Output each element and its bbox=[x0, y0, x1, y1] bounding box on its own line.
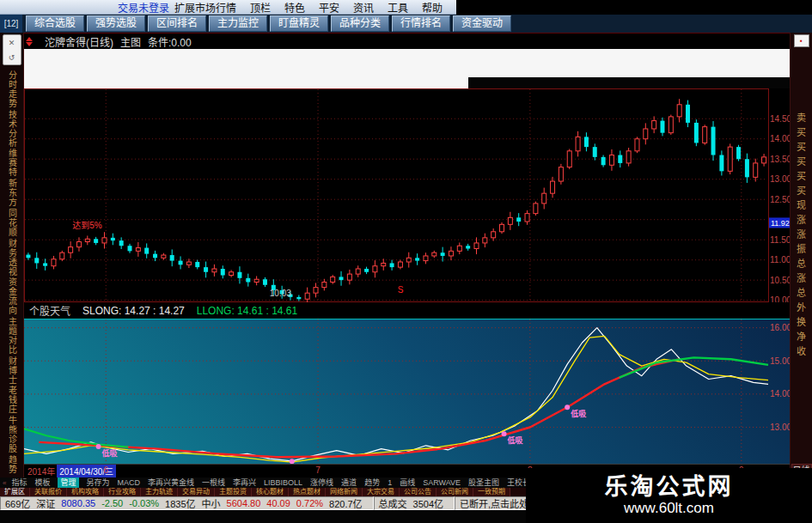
sidebar-item[interactable]: 资金流向 bbox=[7, 277, 17, 315]
scroll-arrows bbox=[26, 37, 40, 46]
quote-label: 买 bbox=[797, 125, 806, 140]
sidebar-item[interactable]: 维赛特 bbox=[7, 149, 17, 177]
indicator-tab[interactable]: LIBBIBOLL bbox=[264, 477, 302, 488]
menu-item[interactable]: 顶栏 bbox=[250, 0, 271, 15]
watermark: 乐淘公式网 www.60lt.com bbox=[526, 468, 812, 523]
window-controls[interactable]: ✕ ↺ bbox=[3, 34, 21, 65]
info-tab[interactable]: 热点题材 bbox=[289, 488, 326, 496]
info-tab[interactable]: 主力轨迹 bbox=[141, 488, 178, 496]
sidebar-item[interactable]: 财务透视 bbox=[7, 239, 17, 277]
indicator-tab[interactable]: 李再兴 bbox=[233, 477, 256, 488]
status-cell: 669亿深证8080.35-2.50-0.03%1835亿中小5604.8040… bbox=[0, 496, 374, 510]
menu-list: 交易未登录 扩展市场行情顶栏特色平安资讯工具帮助 bbox=[0, 0, 456, 15]
sidebar-item[interactable]: 趋势 bbox=[7, 455, 17, 474]
info-tab[interactable]: 公司公告 bbox=[400, 488, 437, 496]
toolbar-button[interactable]: 主力监控 bbox=[209, 15, 267, 32]
toolbar-button[interactable]: 品种分类 bbox=[331, 15, 389, 32]
main-chart[interactable]: 10.0010.5011.0011.5012.5013.0013.5014.00… bbox=[24, 88, 790, 302]
info-tab[interactable]: 主题投资 bbox=[215, 488, 252, 496]
menu-item[interactable]: 特色 bbox=[284, 0, 305, 15]
sidebar-item[interactable]: 技术分析 bbox=[7, 110, 17, 148]
indicator-tab[interactable]: 涨停线 bbox=[310, 477, 333, 488]
indicator-tab[interactable]: 管理 bbox=[58, 477, 78, 488]
svg-text:12.50: 12.50 bbox=[770, 195, 790, 204]
info-tab[interactable]: 行业攻略 bbox=[104, 488, 141, 496]
indicator-tab[interactable]: 趋势 bbox=[364, 477, 380, 488]
indicator-name[interactable]: 个股天气 bbox=[29, 303, 70, 318]
quote-label: 买 bbox=[797, 169, 806, 184]
quote-label: 换 bbox=[797, 315, 806, 330]
menu-item[interactable]: 工具 bbox=[388, 0, 408, 15]
indicator-tab[interactable]: 1 bbox=[388, 477, 392, 488]
svg-text:14.00: 14.00 bbox=[770, 134, 790, 143]
info-tab[interactable]: 扩展区 bbox=[0, 488, 30, 496]
sidebar-item[interactable]: 牛熊诊股 bbox=[7, 416, 17, 453]
refresh-icon[interactable]: ↺ bbox=[9, 53, 15, 62]
stock-title: 沱牌舍得(日线) bbox=[45, 34, 113, 49]
sidebar-item[interactable]: 分时走势 bbox=[7, 70, 17, 108]
indicator-tab[interactable]: 通道 bbox=[341, 477, 357, 488]
quote-label: 净 bbox=[797, 330, 806, 344]
info-tab[interactable]: 关联报价 bbox=[30, 488, 67, 496]
sidebar-item[interactable]: 主题对比 bbox=[7, 317, 17, 355]
login-status[interactable]: 交易未登录 bbox=[118, 0, 174, 15]
svg-text:10.00: 10.00 bbox=[770, 295, 790, 302]
candlestick-chart[interactable]: 10.0010.5011.0011.5012.5013.0013.5014.00… bbox=[24, 88, 790, 302]
svg-text:15.00: 15.00 bbox=[770, 356, 790, 366]
sidebar-item[interactable]: 财博士 bbox=[7, 356, 17, 385]
sidebar-item[interactable]: 老钱庄 bbox=[7, 386, 17, 414]
svg-text:低吸: 低吸 bbox=[101, 448, 119, 458]
indicator-tab[interactable]: 指标 bbox=[11, 477, 27, 488]
svg-text:10.03: 10.03 bbox=[270, 289, 291, 298]
info-tab[interactable]: 机构攻略 bbox=[67, 488, 104, 496]
menu-item[interactable]: 平安 bbox=[319, 0, 339, 15]
indicator-tab[interactable]: 画线 bbox=[400, 477, 415, 488]
info-tab[interactable]: 交易异动 bbox=[178, 488, 215, 496]
indicator-tab[interactable]: 一根线 bbox=[202, 477, 225, 488]
quote-label: 买 bbox=[797, 140, 806, 155]
svg-text:11.00: 11.00 bbox=[770, 255, 790, 265]
info-tab[interactable]: 大宗交易 bbox=[363, 488, 400, 496]
menu-item[interactable]: 帮助 bbox=[422, 0, 443, 15]
axis-year-label: 2014年 bbox=[27, 465, 55, 477]
watermark-url: www.60lt.com bbox=[624, 500, 714, 517]
tabs-toggle-icon[interactable]: « bbox=[3, 479, 6, 487]
toolbar-button[interactable]: 盯盘精灵 bbox=[270, 15, 328, 32]
sidebar-item[interactable]: 新东方 bbox=[7, 179, 17, 207]
quote-label: 买 bbox=[797, 155, 806, 169]
close-icon[interactable]: ✕ bbox=[9, 39, 15, 47]
toolbar-button[interactable]: 区间排名 bbox=[148, 15, 206, 32]
indicator-tab[interactable]: 另存为 bbox=[87, 477, 110, 488]
indicator-tab[interactable]: 股圣主图 bbox=[468, 477, 499, 488]
info-tab[interactable]: 核心题材 bbox=[252, 488, 289, 496]
indicator-tab[interactable]: 模板 bbox=[34, 477, 50, 488]
condition-label: 条件:0.00 bbox=[148, 34, 192, 49]
indicator-tab[interactable]: SARWAVE bbox=[423, 477, 461, 488]
indicator-tab[interactable]: MACD bbox=[118, 477, 141, 488]
scroll-down-icon[interactable] bbox=[26, 42, 33, 46]
indicator-panel[interactable]: 13.0014.0015.0016.00低吸低吸低吸低吸 bbox=[24, 319, 790, 464]
toolbar-button[interactable]: 行情排名 bbox=[392, 15, 450, 32]
sidebar-item[interactable]: 同花顺 bbox=[7, 209, 17, 237]
toolbar-button[interactable]: 资金驱动 bbox=[453, 15, 511, 32]
view-label: 主图 bbox=[120, 34, 141, 49]
menu-item[interactable]: 资讯 bbox=[353, 0, 374, 15]
quote-label: 收 bbox=[797, 344, 806, 359]
info-tab[interactable]: 公司新闻 bbox=[437, 488, 473, 496]
menu-bar: 交易未登录 扩展市场行情顶栏特色平安资讯工具帮助 bbox=[0, 0, 812, 15]
svg-text:达到5%: 达到5% bbox=[72, 221, 102, 230]
toolbar-buttons: 综合选股强势选股区间排名主力监控盯盘精灵品种分类行情排名资金驱动 bbox=[22, 15, 514, 33]
toolbar-button[interactable]: 综合选股 bbox=[26, 15, 84, 32]
toolbar-button[interactable]: 强势选股 bbox=[87, 15, 145, 32]
indicator-llong-value: LLONG: 14.61 : 14.61 bbox=[197, 305, 297, 317]
svg-text:低吸: 低吸 bbox=[570, 409, 587, 418]
info-tab[interactable]: 一致预期 bbox=[473, 488, 510, 496]
indicator-chart[interactable]: 13.0014.0015.0016.00低吸低吸低吸低吸 bbox=[24, 319, 790, 464]
scroll-up-icon[interactable] bbox=[26, 37, 33, 41]
quote-label: 涨 bbox=[797, 271, 806, 286]
menu-item[interactable]: 扩展市场行情 bbox=[174, 0, 236, 15]
corner-icon[interactable]: ▪ bbox=[794, 34, 809, 47]
hotkey-indicator: [12] bbox=[0, 15, 22, 33]
indicator-tab[interactable]: 李再兴黄金线 bbox=[148, 477, 194, 488]
info-tab[interactable]: 网络新闻 bbox=[326, 488, 363, 496]
